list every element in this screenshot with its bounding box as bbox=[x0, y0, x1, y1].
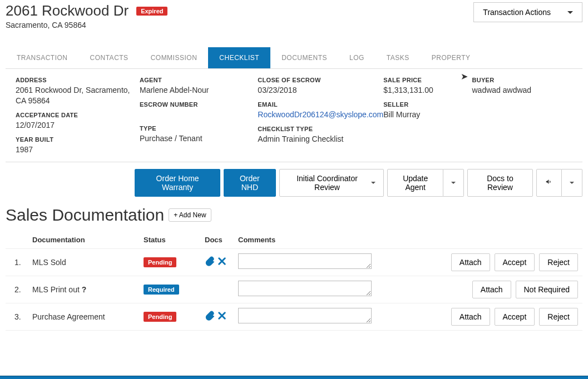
tab-property[interactable]: PROPERTY bbox=[421, 47, 482, 68]
row-number: 3. bbox=[6, 303, 28, 330]
row-status: Pending bbox=[139, 303, 200, 330]
stage-select[interactable]: Initial Coordinator Review bbox=[279, 169, 384, 197]
update-agent-button[interactable]: Update Agent bbox=[387, 169, 443, 197]
checklist-type-label: CHECKLIST TYPE bbox=[258, 126, 383, 132]
col-header-num bbox=[6, 231, 28, 249]
type-label: TYPE bbox=[140, 125, 258, 132]
comments-input[interactable] bbox=[238, 253, 372, 269]
type-value: Purchase / Tenant bbox=[140, 133, 258, 144]
order-nhd-button[interactable]: Order NHD bbox=[224, 169, 275, 197]
page-title: 2061 Rockwood Dr bbox=[6, 2, 129, 19]
tab-transaction[interactable]: TRANSACTION bbox=[6, 47, 79, 68]
stage-select-label: Initial Coordinator Review bbox=[288, 174, 367, 192]
comments-input[interactable] bbox=[238, 308, 372, 323]
not-required-button[interactable]: Not Required bbox=[516, 281, 579, 298]
caret-down-icon bbox=[570, 182, 574, 184]
caret-down-icon bbox=[567, 11, 573, 14]
escrow-number-label: ESCROW NUMBER bbox=[140, 101, 258, 108]
announce-dropdown[interactable] bbox=[562, 169, 582, 197]
buyer-value: wadwad awdwad bbox=[472, 85, 572, 96]
row-comments bbox=[234, 303, 376, 330]
row-status: Pending bbox=[139, 248, 200, 276]
col-header-status: Status bbox=[139, 231, 200, 249]
close-of-escrow-value: 03/23/2018 bbox=[258, 85, 383, 96]
accept-button[interactable]: Accept bbox=[495, 253, 535, 271]
transaction-actions-button[interactable]: Transaction Actions bbox=[473, 2, 582, 22]
col-header-docs: Docs bbox=[200, 231, 234, 249]
address-label: ADDRESS bbox=[16, 77, 140, 83]
tab-log[interactable]: LOG bbox=[338, 47, 375, 68]
row-docs bbox=[200, 248, 234, 276]
agent-value: Marlene Abdel-Nour bbox=[140, 85, 258, 96]
row-comments bbox=[234, 248, 376, 276]
reject-button[interactable]: Reject bbox=[539, 253, 578, 271]
page-subtitle: Sacramento, CA 95864 bbox=[6, 21, 167, 29]
seller-value: Bill Murray bbox=[383, 109, 472, 120]
year-built-value: 1987 bbox=[16, 144, 140, 155]
row-docs bbox=[200, 303, 234, 330]
docs-to-review-button[interactable]: Docs to Review bbox=[467, 169, 533, 197]
acceptance-date-value: 12/07/2017 bbox=[16, 120, 140, 131]
tab-documents[interactable]: DOCUMENTS bbox=[270, 47, 338, 68]
email-label: EMAIL bbox=[258, 101, 383, 108]
tab-commission[interactable]: COMMISSION bbox=[140, 47, 209, 68]
order-home-warranty-button[interactable]: Order Home Warranty bbox=[135, 169, 220, 197]
update-agent-dropdown[interactable] bbox=[443, 169, 464, 197]
add-new-button[interactable]: + Add New bbox=[169, 208, 211, 222]
acceptance-date-label: ACCEPTANCE DATE bbox=[16, 112, 140, 118]
row-status: Required bbox=[139, 276, 200, 303]
close-of-escrow-label: CLOSE OF ESCROW bbox=[258, 77, 383, 83]
bullhorn-icon bbox=[545, 178, 554, 187]
caret-down-icon bbox=[371, 182, 375, 184]
add-new-label: Add New bbox=[179, 211, 206, 219]
address-value: 2061 Rockwood Dr, Sacramento, CA 95864 bbox=[16, 85, 140, 106]
row-actions: AttachAcceptReject bbox=[376, 248, 582, 276]
seller-label: SELLER bbox=[383, 101, 472, 108]
remove-doc-icon[interactable] bbox=[217, 311, 227, 322]
row-actions: AttachAcceptReject bbox=[376, 303, 582, 330]
table-row: 2.MLS Print out ?RequiredAttachNot Requi… bbox=[6, 276, 582, 303]
comments-input[interactable] bbox=[238, 281, 372, 296]
table-row: 3.Purchase Agreement PendingAttachAccept… bbox=[6, 303, 582, 330]
status-badge-expired: Expired bbox=[136, 7, 167, 16]
checklist-type-value: Admin Training Checklist bbox=[258, 134, 383, 144]
tab-contacts[interactable]: CONTACTS bbox=[79, 47, 140, 68]
row-documentation: MLS Sold bbox=[28, 248, 139, 276]
year-built-label: YEAR BUILT bbox=[16, 136, 140, 143]
row-documentation: MLS Print out ? bbox=[28, 276, 139, 303]
announce-button[interactable] bbox=[536, 169, 562, 197]
section-title: Sales Documentation bbox=[6, 206, 164, 225]
table-row: 1.MLS Sold PendingAttachAcceptReject bbox=[6, 248, 582, 276]
col-header-documentation: Documentation bbox=[28, 231, 139, 249]
remove-doc-icon[interactable] bbox=[217, 256, 227, 268]
accept-button[interactable]: Accept bbox=[495, 308, 535, 326]
attachment-icon[interactable] bbox=[205, 256, 215, 268]
sale-price-label: SALE PRICE bbox=[383, 77, 472, 83]
status-badge: Pending bbox=[144, 312, 176, 322]
help-icon[interactable]: ? bbox=[82, 285, 87, 294]
tabs: TRANSACTION CONTACTS COMMISSION CHECKLIS… bbox=[6, 47, 582, 69]
row-number: 2. bbox=[6, 276, 28, 303]
email-value[interactable]: RockwoodDr206124@skyslope.com bbox=[258, 110, 383, 119]
agent-label: AGENT bbox=[140, 77, 258, 83]
row-documentation: Purchase Agreement bbox=[28, 303, 139, 330]
caret-down-icon bbox=[451, 182, 456, 184]
attach-button[interactable]: Attach bbox=[451, 253, 490, 271]
checklist-table: Documentation Status Docs Comments 1.MLS… bbox=[6, 231, 582, 331]
tab-tasks[interactable]: TASKS bbox=[375, 47, 421, 68]
attach-button[interactable]: Attach bbox=[451, 308, 490, 326]
attach-button[interactable]: Attach bbox=[472, 281, 511, 298]
sale-price-value: $1,313,131.00 bbox=[383, 85, 472, 96]
row-docs bbox=[200, 276, 234, 303]
col-header-comments: Comments bbox=[234, 231, 376, 249]
row-number: 1. bbox=[6, 248, 28, 276]
tab-checklist[interactable]: CHECKLIST bbox=[208, 47, 270, 68]
transaction-actions-label: Transaction Actions bbox=[483, 8, 551, 17]
status-badge: Required bbox=[144, 285, 179, 295]
status-badge: Pending bbox=[144, 257, 176, 267]
attachment-icon[interactable] bbox=[205, 311, 215, 322]
details-panel: ADDRESS 2061 Rockwood Dr, Sacramento, CA… bbox=[6, 69, 582, 162]
row-comments bbox=[234, 276, 376, 303]
reject-button[interactable]: Reject bbox=[539, 308, 578, 326]
plus-icon: + bbox=[174, 211, 177, 219]
